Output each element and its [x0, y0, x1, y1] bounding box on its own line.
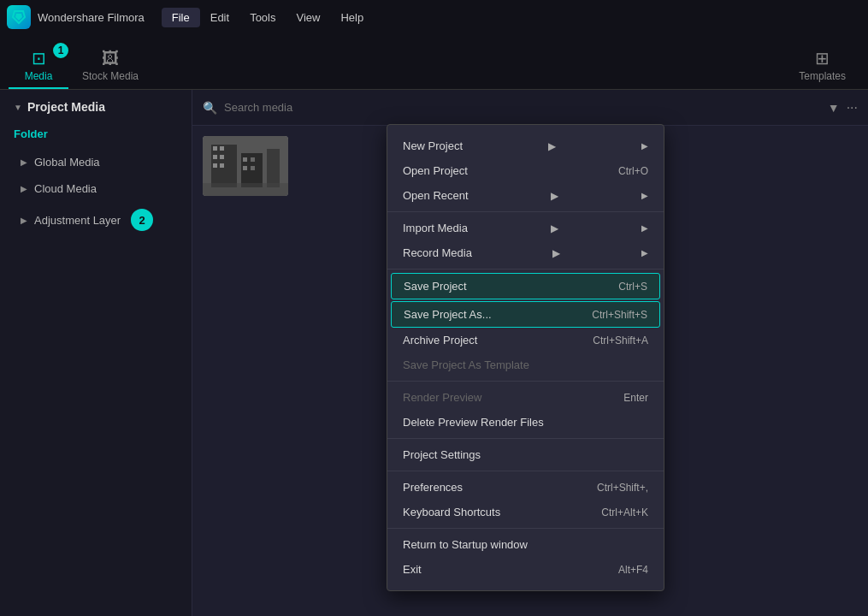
- save-project-label: Save Project: [404, 280, 467, 293]
- preferences-shortcut: Ctrl+Shift+,: [597, 482, 648, 494]
- open-recent-label: Open Recent: [403, 189, 469, 202]
- main-panel: 🔍 ▼ ···: [192, 90, 868, 616]
- keyboard-shortcuts-shortcut: Ctrl+Alt+K: [601, 506, 648, 518]
- project-settings-label: Project Settings: [403, 448, 481, 461]
- templates-icon: ⊞: [815, 48, 830, 68]
- menu-save-project[interactable]: Save Project Ctrl+S: [391, 273, 660, 299]
- svg-rect-8: [213, 155, 217, 159]
- svg-rect-9: [220, 155, 224, 159]
- menu-file[interactable]: File: [162, 8, 200, 27]
- menu-open-recent[interactable]: Open Recent ▶: [387, 183, 664, 208]
- svg-rect-11: [220, 163, 224, 168]
- dropdown-section-exit: Return to Startup window Exit Alt+F4: [387, 529, 664, 585]
- keyboard-shortcuts-label: Keyboard Shortcuts: [403, 506, 500, 518]
- project-media-header: ▼ Project Media: [0, 90, 192, 124]
- menu-save-project-as[interactable]: Save Project As... Ctrl+Shift+S: [391, 301, 660, 328]
- menu-save-as-template: Save Project As Template: [387, 352, 664, 377]
- import-media-label: Import Media: [403, 222, 468, 234]
- menu-edit[interactable]: Edit: [200, 8, 239, 27]
- svg-rect-16: [203, 183, 288, 196]
- tab-media-label: Media: [25, 70, 53, 82]
- app-name: Wondershare Filmora: [38, 11, 145, 24]
- record-media-label: Record Media: [403, 246, 472, 259]
- sidebar-expand-arrow-3: ▶: [21, 216, 27, 225]
- menu-tools[interactable]: Tools: [239, 8, 286, 27]
- sidebar-item-adjustment-layer[interactable]: ▶ Adjustment Layer 2: [0, 202, 192, 238]
- sidebar-item-global-media[interactable]: ▶ Global Media: [0, 149, 192, 175]
- archive-project-label: Archive Project: [403, 334, 477, 346]
- sidebar-header-label: Project Media: [27, 100, 105, 114]
- search-icon: 🔍: [203, 101, 217, 115]
- menu-keyboard-shortcuts[interactable]: Keyboard Shortcuts Ctrl+Alt+K: [387, 500, 664, 524]
- svg-rect-13: [251, 157, 255, 162]
- save-project-as-shortcut: Ctrl+Shift+S: [592, 309, 647, 321]
- badge-1: 1: [51, 41, 70, 60]
- tabs-bar: 1 ⊡ Media 🖼 Stock Media ⊞ Templates: [0, 34, 868, 90]
- menu-preferences[interactable]: Preferences Ctrl+Shift+,: [387, 475, 664, 500]
- render-preview-label: Render Preview: [403, 391, 482, 404]
- more-options-icon[interactable]: ···: [847, 100, 858, 116]
- exit-label: Exit: [403, 563, 422, 576]
- render-preview-shortcut: Enter: [623, 392, 648, 404]
- svg-rect-15: [251, 166, 255, 170]
- title-bar: Wondershare Filmora File Edit Tools View…: [0, 0, 868, 34]
- submenu-arrow-3: ▶: [551, 222, 558, 234]
- save-project-as-label: Save Project As...: [404, 308, 492, 321]
- folder-label[interactable]: Folder: [0, 124, 192, 149]
- file-menu-dropdown: New Project ▶ Open Project Ctrl+O Open R…: [387, 124, 664, 591]
- menu-help[interactable]: Help: [330, 8, 374, 27]
- menu-open-project[interactable]: Open Project Ctrl+O: [387, 158, 664, 183]
- menu-project-settings[interactable]: Project Settings: [387, 442, 664, 467]
- submenu-arrow-4: ▶: [552, 247, 560, 259]
- menu-return-startup[interactable]: Return to Startup window: [387, 532, 664, 557]
- delete-preview-label: Delete Preview Render Files: [403, 416, 544, 429]
- tab-stock-media-label: Stock Media: [82, 70, 139, 82]
- new-project-label: New Project: [403, 139, 463, 152]
- media-thumbnail-building[interactable]: [203, 136, 288, 196]
- sidebar-expand-arrow-2: ▶: [21, 184, 27, 193]
- filter-icon[interactable]: ▼: [828, 101, 840, 115]
- open-project-shortcut: Ctrl+O: [618, 165, 648, 177]
- svg-rect-10: [213, 163, 217, 168]
- media-icon: ⊡: [32, 48, 46, 68]
- menu-exit[interactable]: Exit Alt+F4: [387, 557, 664, 582]
- search-input[interactable]: [224, 101, 821, 114]
- svg-rect-14: [243, 166, 247, 170]
- archive-project-shortcut: Ctrl+Shift+A: [593, 335, 648, 346]
- dropdown-section-open: New Project ▶ Open Project Ctrl+O Open R…: [387, 130, 664, 212]
- svg-rect-5: [267, 149, 280, 187]
- stock-media-icon: 🖼: [102, 49, 119, 68]
- tab-templates-label: Templates: [799, 70, 846, 82]
- exit-shortcut: Alt+F4: [618, 564, 648, 576]
- badge-2: 2: [131, 209, 153, 231]
- tab-media[interactable]: 1 ⊡ Media: [9, 43, 68, 89]
- preferences-label: Preferences: [403, 481, 463, 494]
- dropdown-section-render: Render Preview Enter Delete Preview Rend…: [387, 382, 664, 439]
- dropdown-section-project-settings: Project Settings: [387, 439, 664, 471]
- dropdown-section-save: Save Project Ctrl+S Save Project As... C…: [387, 270, 664, 382]
- sidebar-item-cloud-media[interactable]: ▶ Cloud Media: [0, 175, 192, 202]
- menu-view[interactable]: View: [286, 8, 330, 27]
- menu-render-preview: Render Preview Enter: [387, 385, 664, 410]
- dropdown-section-preferences: Preferences Ctrl+Shift+, Keyboard Shortc…: [387, 471, 664, 529]
- sidebar-expand-arrow: ▶: [21, 157, 27, 167]
- global-media-label: Global Media: [34, 156, 100, 169]
- content-area: ▼ Project Media Folder ▶ Global Media ▶ …: [0, 90, 868, 616]
- svg-rect-7: [220, 146, 224, 151]
- collapse-arrow[interactable]: ▼: [14, 103, 22, 112]
- menu-delete-preview[interactable]: Delete Preview Render Files: [387, 410, 664, 435]
- submenu-arrow: ▶: [548, 140, 556, 152]
- return-startup-label: Return to Startup window: [403, 538, 528, 551]
- menu-import-media[interactable]: Import Media ▶: [387, 216, 664, 240]
- menu-new-project[interactable]: New Project ▶: [387, 133, 664, 158]
- cloud-media-label: Cloud Media: [34, 182, 97, 195]
- tab-stock-media[interactable]: 🖼 Stock Media: [68, 44, 152, 89]
- menu-archive-project[interactable]: Archive Project Ctrl+Shift+A: [387, 328, 664, 352]
- menu-record-media[interactable]: Record Media ▶: [387, 240, 664, 265]
- tab-templates[interactable]: ⊞ Templates: [785, 43, 859, 89]
- adjustment-layer-label: Adjustment Layer: [34, 214, 121, 227]
- search-bar: 🔍 ▼ ···: [192, 90, 868, 126]
- open-project-label: Open Project: [403, 164, 468, 177]
- save-project-shortcut: Ctrl+S: [618, 281, 647, 293]
- sidebar: ▼ Project Media Folder ▶ Global Media ▶ …: [0, 90, 192, 616]
